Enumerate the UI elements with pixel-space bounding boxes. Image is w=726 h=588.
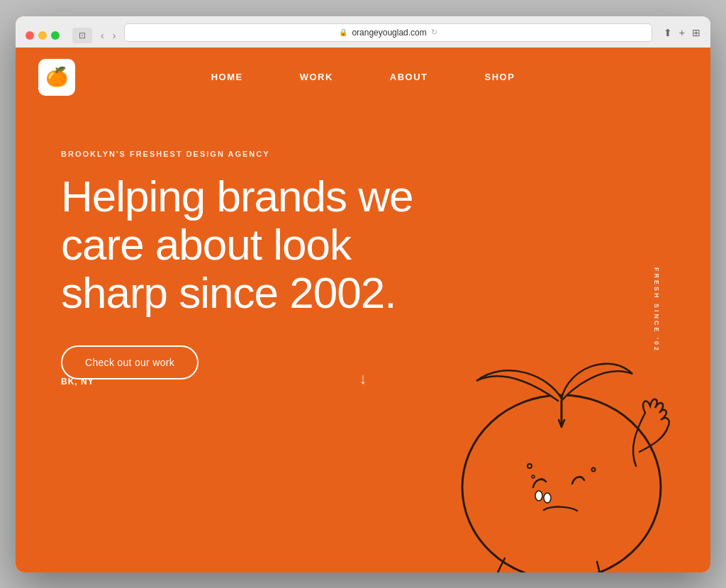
- fullscreen-button[interactable]: [51, 31, 60, 40]
- nav-arrows: ‹ ›: [98, 28, 118, 43]
- browser-titlebar: ⊡ ‹ › 🔒 orangeyouglad.com ↻ ⬆ + ⊞: [26, 23, 700, 48]
- grid-icon[interactable]: ⊞: [692, 27, 700, 38]
- share-icon[interactable]: ⬆: [664, 27, 672, 38]
- refresh-icon[interactable]: ↻: [431, 28, 437, 37]
- down-arrow-icon: ↓: [359, 370, 367, 388]
- back-button[interactable]: ‹: [98, 28, 107, 43]
- address-bar[interactable]: 🔒 orangeyouglad.com ↻: [124, 23, 652, 42]
- website-content: 🍊 HOME WORK ABOUT SHOP BROOKLYN'S FRESHE…: [16, 48, 710, 572]
- browser-chrome: ⊡ ‹ › 🔒 orangeyouglad.com ↻ ⬆ + ⊞: [16, 16, 710, 48]
- nav-home[interactable]: HOME: [211, 72, 243, 82]
- nav-about[interactable]: ABOUT: [390, 72, 428, 82]
- site-header: 🍊 HOME WORK ABOUT SHOP: [16, 48, 710, 107]
- browser-toolbar-icons: ⬆ + ⊞: [664, 27, 700, 38]
- logo-icon: 🍊: [45, 66, 68, 88]
- minimize-button[interactable]: [38, 31, 47, 40]
- nav-shop[interactable]: SHOP: [485, 72, 515, 82]
- browser-controls: ⊡: [72, 28, 92, 43]
- cta-button[interactable]: Check out our work: [61, 345, 199, 379]
- svg-point-2: [535, 491, 542, 501]
- lock-icon: 🔒: [339, 28, 347, 36]
- add-tab-icon[interactable]: +: [679, 27, 685, 38]
- nav-work[interactable]: WORK: [300, 72, 333, 82]
- tagline-small: BROOKLYN'S FRESHEST DESIGN AGENCY: [61, 150, 665, 158]
- forward-button[interactable]: ›: [110, 28, 119, 43]
- location-label: BK, NY: [61, 377, 94, 387]
- window-control[interactable]: ⊡: [72, 28, 92, 43]
- orange-character-illustration: [420, 317, 689, 572]
- traffic-lights: [26, 31, 60, 40]
- close-button[interactable]: [26, 31, 34, 40]
- site-nav: HOME WORK ABOUT SHOP: [211, 72, 515, 82]
- svg-point-3: [544, 493, 551, 503]
- logo[interactable]: 🍊: [38, 59, 75, 96]
- url-text: orangeyouglad.com: [352, 28, 426, 38]
- browser-window: ⊡ ‹ › 🔒 orangeyouglad.com ↻ ⬆ + ⊞: [16, 16, 710, 572]
- hero-headline: Helping brands we care about look sharp …: [61, 172, 430, 318]
